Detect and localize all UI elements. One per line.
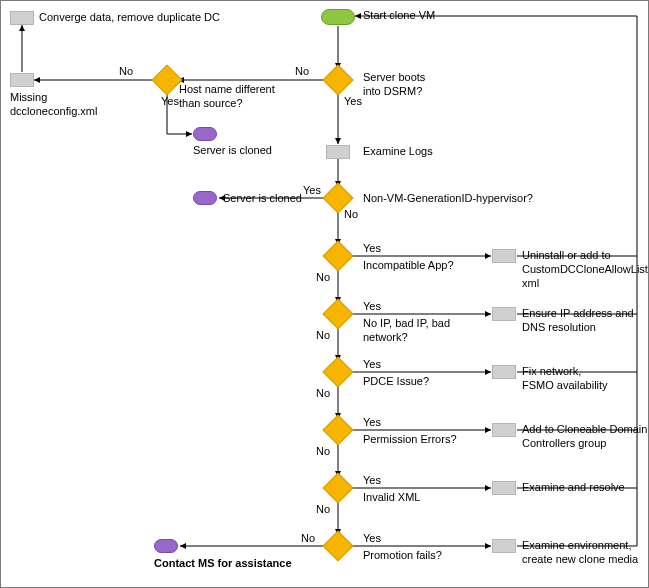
converge-box	[10, 11, 34, 25]
perm-label: Permission Errors?	[363, 433, 457, 447]
xml-label: Invalid XML	[363, 491, 420, 505]
converge-label: Converge data, remove duplicate DC	[39, 11, 220, 25]
pdce-yes: Yes	[363, 358, 381, 372]
xml-fix-box	[492, 481, 516, 495]
incompat-fix-box	[492, 249, 516, 263]
missing-box	[10, 73, 34, 87]
xml-decision	[322, 472, 353, 503]
pdce-no: No	[316, 387, 330, 401]
hostname-yes: Yes	[161, 95, 179, 109]
badip-fix-label: Ensure IP address and DNS resolution	[522, 307, 634, 335]
pdce-decision	[322, 356, 353, 387]
dsrm-yes: Yes	[344, 95, 362, 109]
cloned1-node	[193, 127, 217, 141]
hostname-label: Host name different than source?	[179, 83, 275, 111]
cloned1-label: Server is cloned	[193, 144, 272, 158]
badip-label: No IP, bad IP, bad network?	[363, 317, 450, 345]
cloned2-label: Server is cloned	[223, 192, 302, 206]
missing-label: Missing dccloneconfig.xml	[10, 91, 97, 119]
xml-yes: Yes	[363, 474, 381, 488]
promo-fix-label: Examine environment, create new clone me…	[522, 539, 638, 567]
cloned2-node	[193, 191, 217, 205]
nonvm-label: Non-VM-GenerationID-hypervisor?	[363, 192, 533, 206]
dsrm-label: Server boots into DSRM?	[363, 71, 425, 99]
examine-logs-box	[326, 145, 350, 159]
contact-node	[154, 539, 178, 553]
hostname-decision	[151, 64, 182, 95]
perm-fix-label: Add to Cloneable Domain Controllers grou…	[522, 423, 647, 451]
pdce-fix-label: Fix network, FSMO availability	[522, 365, 608, 393]
pdce-fix-box	[492, 365, 516, 379]
nonvm-yes: Yes	[303, 184, 321, 198]
promo-label: Promotion fails?	[363, 549, 442, 563]
incompat-yes: Yes	[363, 242, 381, 256]
examine-logs-label: Examine Logs	[363, 145, 433, 159]
perm-fix-box	[492, 423, 516, 437]
promo-fix-box	[492, 539, 516, 553]
start-label: Start clone VM	[363, 9, 435, 23]
contact-label: Contact MS for assistance	[154, 557, 292, 571]
dsrm-no: No	[295, 65, 309, 79]
xml-fix-label: Examine and resolve	[522, 481, 625, 495]
incompat-no: No	[316, 271, 330, 285]
perm-decision	[322, 414, 353, 445]
perm-no: No	[316, 445, 330, 459]
hostname-no: No	[119, 65, 133, 79]
badip-decision	[322, 298, 353, 329]
promo-no: No	[301, 532, 315, 546]
dsrm-decision	[322, 64, 353, 95]
start-node	[321, 9, 355, 25]
badip-no: No	[316, 329, 330, 343]
incompat-decision	[322, 240, 353, 271]
incompat-label: Incompatible App?	[363, 259, 454, 273]
pdce-label: PDCE Issue?	[363, 375, 429, 389]
badip-fix-box	[492, 307, 516, 321]
promo-yes: Yes	[363, 532, 381, 546]
badip-yes: Yes	[363, 300, 381, 314]
promo-decision	[322, 530, 353, 561]
perm-yes: Yes	[363, 416, 381, 430]
nonvm-no: No	[344, 208, 358, 222]
xml-no: No	[316, 503, 330, 517]
incompat-fix-label: Uninstall or add to CustomDCCloneAllowLi…	[522, 249, 649, 290]
